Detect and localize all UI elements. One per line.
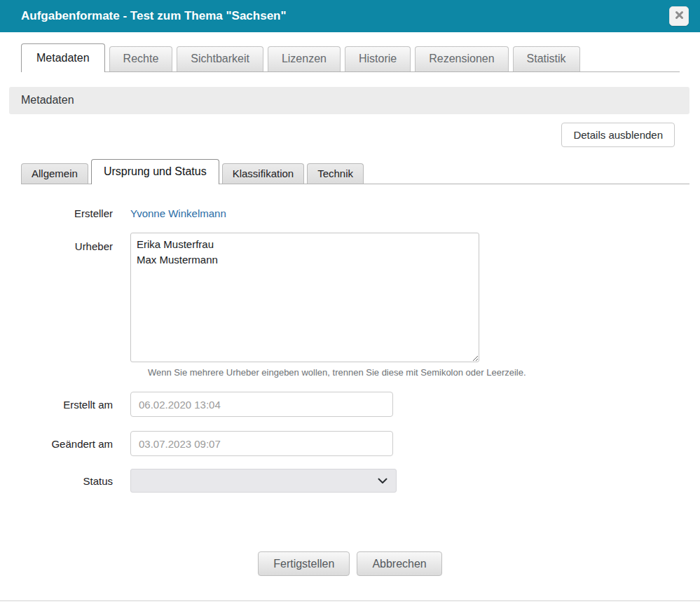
urheber-label: Urheber — [21, 233, 130, 362]
ersteller-label: Ersteller — [21, 207, 130, 219]
subtab-klassifikation[interactable]: Klassifikation — [222, 163, 305, 184]
geaendert-am-input[interactable] — [130, 431, 393, 456]
dialog-title: Aufgabenformate - Test zum Thema "Sachse… — [21, 9, 669, 23]
tab-sichtbarkeit[interactable]: Sichtbarkeit — [177, 46, 263, 71]
dialog-titlebar: Aufgabenformate - Test zum Thema "Sachse… — [0, 0, 700, 32]
close-button[interactable] — [669, 6, 689, 26]
urheber-help-text: Wenn Sie mehrere Urheber eingeben wollen… — [148, 367, 700, 378]
tab-metadaten[interactable]: Metadaten — [21, 43, 105, 72]
erstellt-am-label: Erstellt am — [21, 399, 130, 411]
tab-historie[interactable]: Historie — [345, 46, 411, 71]
tab-lizenzen[interactable]: Lizenzen — [268, 46, 341, 71]
tab-rechte[interactable]: Rechte — [109, 46, 173, 71]
subtab-ursprung-und-status[interactable]: Ursprung und Status — [91, 159, 219, 184]
status-label: Status — [21, 475, 130, 487]
cancel-button[interactable]: Abbrechen — [357, 551, 441, 576]
form-row-urheber: Urheber Erika Musterfrau Max Mustermann — [21, 233, 700, 362]
details-toggle-row: Details ausblenden — [0, 114, 700, 147]
chevron-down-icon — [378, 474, 387, 487]
metadata-form: Ersteller Yvonne Winkelmann Urheber Erik… — [0, 207, 700, 493]
finish-button[interactable]: Fertigstellen — [258, 551, 350, 576]
tab-rezensionen[interactable]: Rezensionen — [415, 46, 508, 71]
main-tab-bar: Metadaten Rechte Sichtbarkeit Lizenzen H… — [21, 43, 680, 72]
status-select[interactable] — [130, 469, 397, 493]
details-toggle-button[interactable]: Details ausblenden — [561, 123, 675, 147]
close-icon — [675, 10, 684, 22]
sub-tab-bar: Allgemein Ursprung und Status Klassifika… — [21, 159, 689, 184]
geaendert-am-label: Geändert am — [21, 438, 130, 450]
tab-statistik[interactable]: Statistik — [513, 46, 580, 71]
subtab-allgemein[interactable]: Allgemein — [21, 163, 88, 184]
ersteller-value-link[interactable]: Yvonne Winkelmann — [130, 207, 226, 219]
subtab-technik[interactable]: Technik — [307, 163, 364, 184]
form-row-status: Status — [21, 469, 700, 493]
erstellt-am-input[interactable] — [130, 392, 393, 417]
footer-button-row: Fertigstellen Abbrechen — [0, 551, 700, 576]
form-row-ersteller: Ersteller Yvonne Winkelmann — [21, 207, 700, 219]
form-row-geaendert-am: Geändert am — [21, 431, 700, 456]
section-heading-metadaten: Metadaten — [9, 87, 689, 114]
urheber-textarea[interactable]: Erika Musterfrau Max Mustermann — [130, 233, 479, 362]
bottom-divider — [0, 600, 700, 601]
form-row-erstellt-am: Erstellt am — [21, 392, 700, 417]
